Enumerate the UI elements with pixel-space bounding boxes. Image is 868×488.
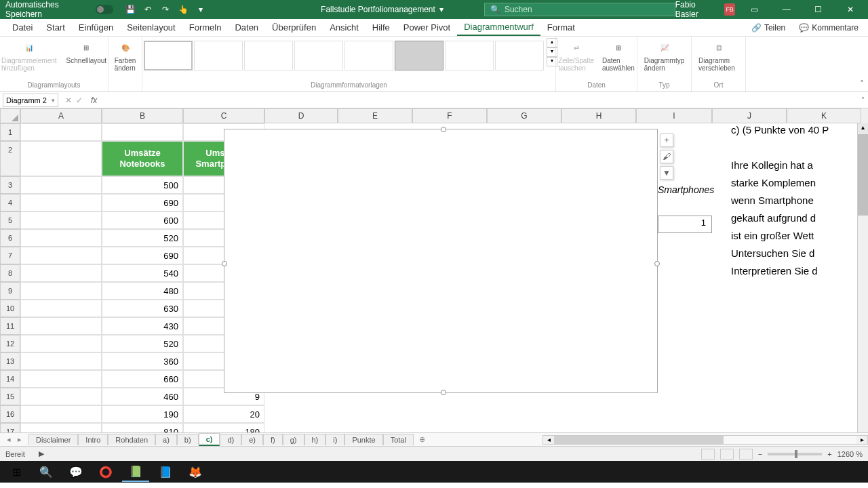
task-icon[interactable]: ⭕ [92,462,119,482]
scroll-left-icon[interactable]: ◂ [543,436,554,444]
cell[interactable] [20,388,102,405]
maximize-icon[interactable]: ☐ [806,0,831,19]
resize-handle[interactable] [222,261,227,266]
table-header[interactable]: Umsätze Notebooks [102,141,183,176]
sheet-tab[interactable]: Intro [78,434,108,445]
row-header[interactable]: 11 [0,317,20,335]
col-header-f[interactable]: F [412,108,487,123]
save-icon[interactable]: 💾 [125,5,135,14]
col-header-k[interactable]: K [787,108,861,123]
close-icon[interactable]: ✕ [837,0,863,19]
cell[interactable]: 600 [102,211,183,229]
select-all-button[interactable] [0,108,20,123]
col-header-h[interactable]: H [561,108,636,123]
normal-view-button[interactable] [701,449,715,460]
document-title[interactable]: Fallstudie Portfoliomanagement▾ [321,5,443,14]
row-header[interactable]: 5 [0,211,20,229]
style-thumb-4[interactable] [294,41,343,70]
row-header[interactable]: 7 [0,247,20,264]
macro-icon[interactable]: ▶ [39,449,44,458]
chart-brush-button[interactable]: 🖌 [660,150,673,163]
cell[interactable]: 630 [102,300,183,317]
row-header[interactable]: 1 [0,123,20,141]
expand-formula-icon[interactable]: ˅ [857,96,868,104]
user-name[interactable]: Fabio Basler [675,0,717,19]
cell[interactable] [20,176,102,194]
side-cell[interactable]: 1 [658,216,712,233]
start-button[interactable]: ⊞ [3,462,30,482]
cell[interactable]: 540 [102,264,183,282]
resize-handle[interactable] [654,261,660,266]
sheet-tab[interactable]: Rohdaten [108,434,155,445]
tab-nav[interactable]: ◂▸ [0,435,28,444]
cell[interactable]: 500 [102,176,183,194]
menu-start[interactable]: Start [39,20,71,35]
ribbon-mode-icon[interactable]: ▭ [742,0,767,19]
vertical-scrollbar[interactable]: ▴ [857,123,868,432]
zoom-out-icon[interactable]: − [758,450,762,458]
cell[interactable] [20,300,102,317]
word-button[interactable]: 📘 [152,462,179,482]
menu-hilfe[interactable]: Hilfe [366,20,397,35]
select-data-button[interactable]: ⊞ Daten auswählen [599,38,637,73]
cell[interactable] [20,211,102,229]
cell[interactable]: 690 [102,194,183,211]
cell[interactable]: 480 [102,282,183,300]
cell[interactable] [20,247,102,264]
change-colors-button[interactable]: 🎨 Farben ändern [112,38,139,73]
col-header-b[interactable]: B [102,108,183,123]
sheet-tab[interactable]: d) [220,434,241,445]
row-header[interactable]: 13 [0,352,20,370]
excel-button[interactable]: 📗 [122,462,149,482]
cell[interactable] [20,405,102,423]
sheet-tab[interactable]: h) [304,434,326,445]
style-thumb-2[interactable] [194,41,243,70]
row-header[interactable]: 15 [0,388,20,405]
row-header[interactable]: 14 [0,370,20,388]
undo-icon[interactable]: ↶ [143,5,153,14]
col-header-g[interactable]: G [487,108,561,123]
fx-icon[interactable]: fx [87,96,101,105]
row-header[interactable]: 16 [0,405,20,423]
enter-icon[interactable]: ✓ [76,96,83,105]
comments-button[interactable]: 💬 Kommentare [795,22,863,34]
share-button[interactable]: 🔗 Teilen [747,22,789,34]
row-header[interactable]: 9 [0,282,20,300]
cell[interactable] [20,282,102,300]
touch-icon[interactable]: 👆 [178,5,188,14]
menu-einfuegen[interactable]: Einfügen [72,20,120,35]
quick-layout-button[interactable]: ⊞ Schnelllayout [64,38,109,73]
menu-diagrammentwurf[interactable]: Diagrammentwurf [457,19,540,36]
cell[interactable] [20,370,102,388]
row-header[interactable]: 8 [0,264,20,282]
collapse-ribbon-icon[interactable]: ˄ [860,79,864,89]
cell[interactable]: 180 [183,423,264,432]
cell[interactable]: 690 [102,247,183,264]
more-icon[interactable]: ▾ [196,5,205,14]
horizontal-scrollbar[interactable]: ◂ ▸ [542,435,868,445]
menu-format[interactable]: Format [540,20,582,35]
user-avatar[interactable]: FB [724,3,736,16]
col-header-d[interactable]: D [264,108,338,123]
zoom-in-icon[interactable]: + [827,450,831,458]
col-header-i[interactable]: I [636,108,712,123]
cell[interactable] [20,317,102,335]
row-header[interactable]: 12 [0,335,20,352]
menu-daten[interactable]: Daten [228,20,265,35]
resize-handle[interactable] [441,127,446,132]
change-chart-type-button[interactable]: 📈 Diagrammtyp ändern [642,38,687,73]
sheet-tab[interactable]: g) [283,434,304,445]
firefox-button[interactable]: 🦊 [182,462,209,482]
menu-powerpivot[interactable]: Power Pivot [397,20,457,35]
scroll-thumb[interactable] [858,134,868,216]
menu-seitenlayout[interactable]: Seitenlayout [120,20,182,35]
col-header-c[interactable]: C [183,108,264,123]
cell[interactable]: 520 [102,335,183,352]
cell[interactable] [20,229,102,247]
toggle-switch[interactable] [96,5,113,14]
redo-icon[interactable]: ↷ [161,5,170,14]
cell[interactable]: 430 [102,317,183,335]
cell[interactable]: 190 [102,405,183,423]
cell[interactable] [20,352,102,370]
menu-datei[interactable]: Datei [5,20,39,35]
